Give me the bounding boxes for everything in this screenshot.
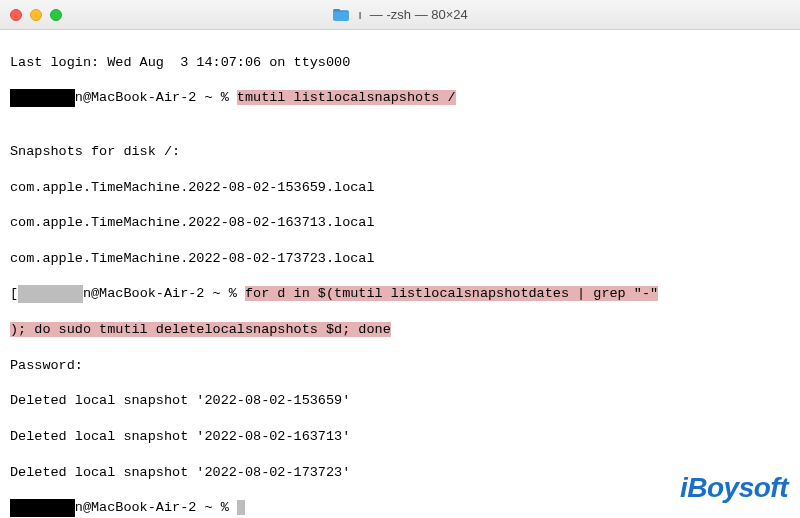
window-title-text: — -zsh — 80×24 xyxy=(370,7,468,22)
prompt-host: n@MacBook-Air-2 ~ % xyxy=(75,90,237,105)
window-title: ı — -zsh — 80×24 xyxy=(0,7,800,22)
cursor-block xyxy=(237,500,245,515)
minimize-icon[interactable] xyxy=(30,9,42,21)
redacted-user xyxy=(10,89,75,107)
bracket: [ xyxy=(10,286,18,301)
brand-watermark: iBoysoft xyxy=(680,472,788,504)
prompt-line-1: n@MacBook-Air-2 ~ % tmutil listlocalsnap… xyxy=(10,89,790,107)
snapshot-row: com.apple.TimeMachine.2022-08-02-153659.… xyxy=(10,179,790,197)
command-2-continuation: ); do sudo tmutil deletelocalsnapshots $… xyxy=(10,321,790,339)
deleted-row: Deleted local snapshot '2022-08-02-17372… xyxy=(10,464,790,482)
prompt-host: n@MacBook-Air-2 ~ % xyxy=(75,500,237,515)
command-2-part2: ); do sudo tmutil deletelocalsnapshots $… xyxy=(10,322,391,337)
zoom-icon[interactable] xyxy=(50,9,62,21)
deleted-row: Deleted local snapshot '2022-08-02-16371… xyxy=(10,428,790,446)
snapshot-row: com.apple.TimeMachine.2022-08-02-163713.… xyxy=(10,214,790,232)
redacted-user xyxy=(10,499,75,517)
snapshot-row: com.apple.TimeMachine.2022-08-02-173723.… xyxy=(10,250,790,268)
terminal-output[interactable]: Last login: Wed Aug 3 14:07:06 on ttys00… xyxy=(0,30,800,518)
prompt-host: n@MacBook-Air-2 ~ % xyxy=(83,286,245,301)
close-icon[interactable] xyxy=(10,9,22,21)
deleted-row: Deleted local snapshot '2022-08-02-15365… xyxy=(10,392,790,410)
window-titlebar: ı — -zsh — 80×24 xyxy=(0,0,800,30)
prompt-line-2: [ n@MacBook-Air-2 ~ % for d in $(tmutil … xyxy=(10,285,790,303)
snapshots-header: Snapshots for disk /: xyxy=(10,143,790,161)
command-1: tmutil listlocalsnapshots / xyxy=(237,90,456,105)
folder-icon xyxy=(332,8,350,22)
command-2-part1: for d in $(tmutil listlocalsnapshotdates… xyxy=(245,286,658,301)
title-prefix: ı xyxy=(358,7,362,22)
prompt-line-3: n@MacBook-Air-2 ~ % xyxy=(10,499,790,517)
redacted-user-gray xyxy=(18,285,83,303)
last-login-line: Last login: Wed Aug 3 14:07:06 on ttys00… xyxy=(10,54,790,72)
traffic-lights xyxy=(10,9,62,21)
password-prompt: Password: xyxy=(10,357,790,375)
